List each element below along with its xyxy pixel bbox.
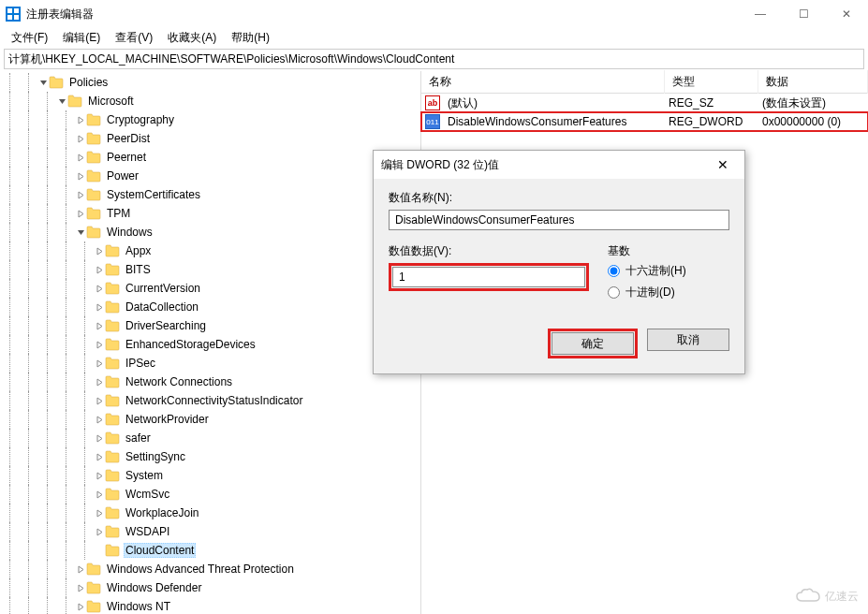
tree-toggle-icon[interactable] (37, 79, 49, 87)
value-data-field[interactable] (392, 267, 585, 287)
dialog-titlebar[interactable]: 编辑 DWORD (32 位)值 ✕ (374, 151, 744, 179)
tree-toggle-icon[interactable] (94, 453, 105, 461)
tree-item[interactable]: BITS (0, 260, 420, 279)
tree-toggle-icon[interactable] (94, 341, 105, 349)
tree-item[interactable]: NetworkConnectivityStatusIndicator (0, 391, 420, 410)
tree-toggle-icon[interactable] (75, 210, 86, 218)
tree-item[interactable]: System (0, 466, 420, 485)
tree-toggle-icon[interactable] (94, 434, 105, 443)
radio-dec[interactable]: 十进制(D) (608, 285, 729, 300)
minimize-button[interactable]: — (739, 0, 782, 28)
tree-toggle-icon[interactable] (94, 490, 105, 499)
menu-view[interactable]: 查看(V) (108, 28, 160, 47)
tree-toggle-icon[interactable] (94, 528, 105, 536)
tree-item[interactable]: Microsoft (0, 92, 420, 110)
list-row[interactable]: 011DisableWindowsConsumerFeaturesREG_DWO… (421, 112, 868, 131)
tree-item[interactable]: CurrentVersion (0, 279, 420, 298)
tree-item[interactable]: Windows Advanced Threat Protection (0, 560, 420, 578)
cloud-icon (795, 588, 821, 605)
tree-toggle-icon[interactable] (75, 154, 86, 162)
menu-help[interactable]: 帮助(H) (224, 28, 277, 47)
tree-label: NetworkConnectivityStatusIndicator (124, 393, 304, 408)
menu-edit[interactable]: 编辑(E) (55, 28, 108, 47)
value-name-field[interactable] (389, 210, 729, 230)
col-name[interactable]: 名称 (421, 70, 665, 94)
dialog-close-button[interactable]: ✕ (709, 157, 737, 172)
tree-toggle-icon[interactable] (75, 603, 86, 611)
close-button[interactable]: ✕ (825, 0, 868, 28)
tree-item[interactable]: Peernet (0, 148, 420, 167)
tree-item[interactable]: CloudContent (0, 541, 420, 560)
window-titlebar: 注册表编辑器 — ☐ ✕ (0, 0, 868, 28)
tree-toggle-icon[interactable] (94, 472, 105, 480)
tree-item[interactable]: IPSec (0, 354, 420, 373)
menubar: 文件(F) 编辑(E) 查看(V) 收藏夹(A) 帮助(H) (0, 28, 868, 47)
tree-toggle-icon[interactable] (75, 135, 86, 143)
tree-item[interactable]: DriverSearching (0, 316, 420, 335)
tree-item[interactable]: Cryptography (0, 110, 420, 129)
regedit-icon (6, 7, 21, 22)
tree-item[interactable]: Policies (0, 73, 420, 92)
tree-toggle-icon[interactable] (75, 191, 86, 199)
tree-item[interactable]: NetworkProvider (0, 410, 420, 429)
tree-label: BITS (124, 262, 153, 277)
col-data[interactable]: 数据 (758, 70, 868, 94)
col-type[interactable]: 类型 (665, 70, 758, 94)
cancel-button[interactable]: 取消 (647, 329, 729, 351)
tree-item[interactable]: WorkplaceJoin (0, 504, 420, 522)
tree-item[interactable]: PeerDist (0, 129, 420, 148)
svg-rect-2 (7, 15, 12, 20)
tree-label: WSDAPI (124, 524, 171, 539)
tree-label: Power (105, 168, 140, 183)
registry-tree[interactable]: PoliciesMicrosoftCryptographyPeerDistPee… (0, 71, 421, 614)
tree-toggle-icon[interactable] (94, 378, 105, 387)
tree-item[interactable]: Appx (0, 241, 420, 260)
tree-toggle-icon[interactable] (94, 266, 105, 274)
svg-rect-3 (14, 15, 19, 20)
list-row[interactable]: ab(默认)REG_SZ(数值未设置) (421, 94, 868, 112)
tree-label: DataCollection (124, 300, 200, 314)
tree-label: Policies (67, 75, 110, 90)
tree-toggle-icon[interactable] (94, 303, 105, 312)
tree-item[interactable]: safer (0, 429, 420, 447)
tree-item[interactable]: TPM (0, 204, 420, 223)
ok-button[interactable]: 确定 (552, 332, 634, 355)
tree-item[interactable]: SystemCertificates (0, 185, 420, 204)
tree-item[interactable]: EnhancedStorageDevices (0, 335, 420, 354)
tree-toggle-icon[interactable] (94, 359, 105, 368)
tree-toggle-icon[interactable] (75, 172, 86, 181)
tree-toggle-icon[interactable] (75, 584, 86, 592)
tree-toggle-icon[interactable] (56, 97, 67, 106)
tree-item[interactable]: Windows NT (0, 597, 420, 614)
tree-item[interactable]: Power (0, 167, 420, 185)
menu-favorites[interactable]: 收藏夹(A) (160, 28, 224, 47)
tree-item[interactable]: Windows (0, 223, 420, 241)
tree-toggle-icon[interactable] (94, 247, 105, 256)
tree-toggle-icon[interactable] (94, 397, 105, 405)
radio-dec-input[interactable] (608, 286, 620, 299)
tree-toggle-icon[interactable] (94, 285, 105, 293)
tree-item[interactable]: WSDAPI (0, 522, 420, 541)
tree-item[interactable]: SettingSync (0, 447, 420, 466)
maximize-button[interactable]: ☐ (782, 0, 825, 28)
address-bar[interactable]: 计算机\HKEY_LOCAL_MACHINE\SOFTWARE\Policies… (4, 49, 864, 69)
tree-item[interactable]: DataCollection (0, 298, 420, 316)
value-data: 0x00000000 (0) (758, 113, 868, 130)
radio-hex-input[interactable] (608, 265, 620, 277)
tree-toggle-icon[interactable] (94, 322, 105, 330)
tree-toggle-icon[interactable] (75, 116, 86, 124)
tree-toggle-icon[interactable] (94, 416, 105, 424)
radio-hex[interactable]: 十六进制(H) (608, 263, 729, 279)
tree-toggle-icon[interactable] (75, 228, 86, 237)
menu-file[interactable]: 文件(F) (4, 28, 55, 47)
value-name: (默认) (444, 94, 665, 113)
tree-toggle-icon[interactable] (94, 509, 105, 518)
tree-item[interactable]: Network Connections (0, 373, 420, 391)
tree-label: System (124, 468, 165, 483)
value-data-label: 数值数据(V): (389, 243, 589, 259)
ok-highlight: 确定 (548, 329, 638, 358)
tree-toggle-icon[interactable] (75, 565, 86, 574)
tree-item[interactable]: WcmSvc (0, 485, 420, 504)
tree-label: DriverSearching (124, 318, 208, 333)
tree-item[interactable]: Windows Defender (0, 578, 420, 597)
